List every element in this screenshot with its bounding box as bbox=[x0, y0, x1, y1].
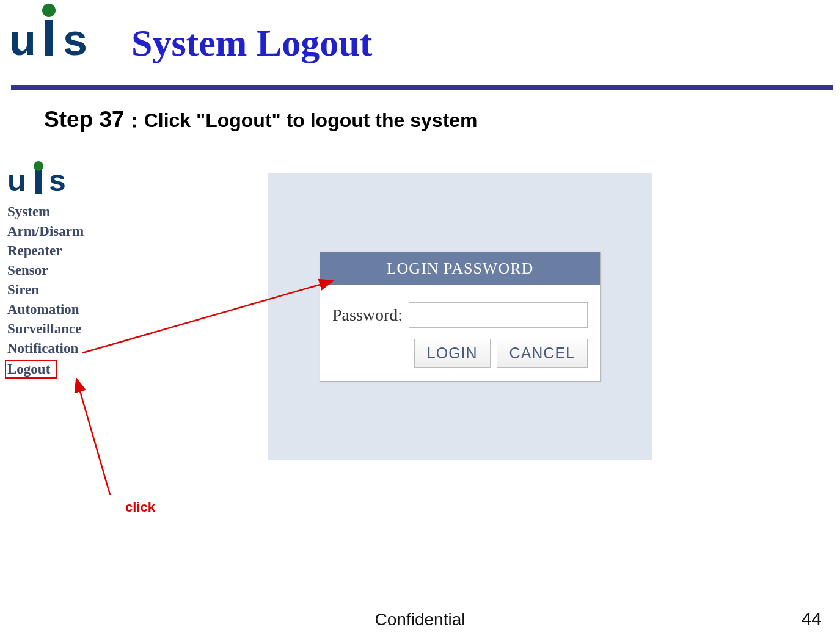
svg-text:s: s bbox=[63, 15, 87, 64]
svg-text:s: s bbox=[49, 164, 66, 195]
step-sep: ： bbox=[125, 109, 144, 131]
svg-rect-4 bbox=[35, 170, 42, 194]
login-button[interactable]: LOGIN bbox=[414, 339, 491, 368]
sidebar-item-arm-disarm[interactable]: Arm/Disarm bbox=[5, 222, 115, 241]
password-label: Password: bbox=[332, 305, 403, 325]
slide-header: u s System Logout bbox=[0, 0, 840, 85]
step-instruction: Step 37：Click "Logout" to logout the sys… bbox=[44, 107, 478, 134]
content-pane: LOGIN PASSWORD Password: LOGIN CANCEL bbox=[268, 173, 652, 460]
sidebar-item-system[interactable]: System bbox=[5, 202, 115, 222]
footer-confidential: Confidential bbox=[0, 610, 840, 629]
header-divider bbox=[11, 85, 833, 90]
footer-page-number: 44 bbox=[802, 609, 822, 629]
uis-logo-small: u s bbox=[7, 161, 115, 197]
svg-point-1 bbox=[42, 4, 56, 17]
step-number: Step 37 bbox=[44, 107, 125, 132]
sidebar-item-repeater[interactable]: Repeater bbox=[5, 241, 115, 261]
svg-text:u: u bbox=[9, 15, 36, 64]
sidebar-item-automation[interactable]: Automation bbox=[5, 300, 115, 319]
svg-text:u: u bbox=[7, 164, 26, 195]
sidebar-item-siren[interactable]: Siren bbox=[5, 280, 115, 300]
password-input[interactable] bbox=[409, 302, 588, 328]
sidebar-item-sensor[interactable]: Sensor bbox=[5, 261, 115, 280]
annotation-click-label: click bbox=[125, 499, 155, 515]
step-desc: Click "Logout" to logout the system bbox=[144, 109, 478, 131]
sidebar-item-surveillance[interactable]: Surveillance bbox=[5, 319, 115, 339]
svg-point-5 bbox=[34, 161, 43, 171]
sidebar-item-logout[interactable]: Logout bbox=[5, 360, 57, 379]
cancel-button[interactable]: CANCEL bbox=[497, 339, 588, 368]
login-box: LOGIN PASSWORD Password: LOGIN CANCEL bbox=[320, 252, 601, 382]
sidebar: u s System Arm/Disarm Repeater Sensor Si… bbox=[5, 161, 115, 380]
page-title: System Logout bbox=[131, 21, 372, 65]
svg-rect-0 bbox=[45, 20, 53, 56]
uis-logo: u s bbox=[9, 3, 95, 67]
login-box-header: LOGIN PASSWORD bbox=[320, 252, 600, 285]
app-screenshot: u s System Arm/Disarm Repeater Sensor Si… bbox=[5, 161, 652, 472]
sidebar-item-notification[interactable]: Notification bbox=[5, 339, 115, 358]
